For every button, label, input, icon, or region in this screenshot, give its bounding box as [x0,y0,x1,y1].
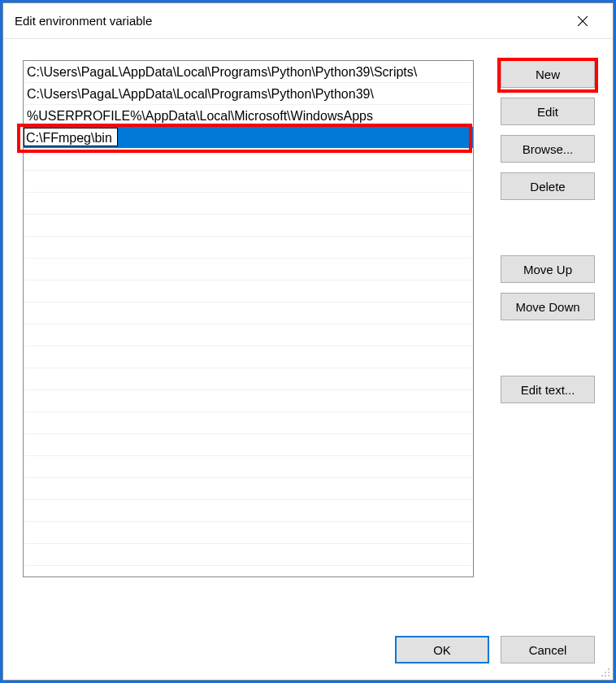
list-column: C:\Users\PagaL\AppData\Local\Programs\Py… [23,60,483,621]
svg-point-5 [608,675,609,676]
list-item-empty[interactable] [24,171,473,193]
list-item-empty[interactable] [24,434,473,456]
list-item-empty[interactable] [24,412,473,434]
close-icon [577,15,588,27]
delete-button[interactable]: Delete [501,172,595,200]
move-down-button[interactable]: Move Down [501,293,595,320]
list-item-edit-input[interactable]: C:\FFmpeg\bin [24,128,118,146]
dialog-body: C:\Users\PagaL\AppData\Local\Programs\Py… [3,39,613,636]
path-listbox[interactable]: C:\Users\PagaL\AppData\Local\Programs\Py… [23,60,474,577]
list-item[interactable]: C:\Users\PagaL\AppData\Local\Programs\Py… [24,83,473,105]
new-button[interactable]: New [501,60,595,88]
window-title: Edit environment variable [15,14,564,28]
edit-text-button[interactable]: Edit text... [501,376,595,403]
close-button[interactable] [564,3,601,39]
list-item-empty[interactable] [24,237,473,259]
svg-point-1 [605,672,606,673]
svg-point-4 [605,675,606,676]
list-item-empty[interactable] [24,390,473,412]
list-item[interactable]: C:\Users\PagaL\AppData\Local\Programs\Py… [24,61,473,83]
list-item[interactable]: %USERPROFILE%\AppData\Local\Microsoft\Wi… [24,105,473,127]
edit-button[interactable]: Edit [501,98,595,125]
list-item-empty[interactable] [24,215,473,237]
button-column: New Edit Browse... Delete Move Up Move D… [501,60,595,621]
svg-point-0 [608,668,609,670]
list-item-empty[interactable] [24,566,473,577]
resize-grip-icon[interactable] [599,666,610,677]
ok-button[interactable]: OK [395,636,489,663]
svg-point-2 [608,672,609,673]
list-item-empty[interactable] [24,149,473,171]
list-item-empty[interactable] [24,478,473,500]
svg-point-3 [601,675,603,676]
list-item-editing[interactable]: C:\FFmpeg\bin [24,127,473,149]
list-item-empty[interactable] [24,544,473,566]
browse-button[interactable]: Browse... [501,135,595,163]
list-item-empty[interactable] [24,368,473,390]
list-item-empty[interactable] [24,500,473,522]
list-item-empty[interactable] [24,259,473,281]
list-item-empty[interactable] [24,281,473,302]
list-item-empty[interactable] [24,302,473,324]
move-up-button[interactable]: Move Up [501,255,595,283]
dialog-footer: OK Cancel [3,636,613,680]
list-item-empty[interactable] [24,522,473,544]
list-item-empty[interactable] [24,346,473,368]
titlebar: Edit environment variable [3,3,613,39]
cancel-button[interactable]: Cancel [501,636,595,663]
list-item-empty[interactable] [24,193,473,215]
dialog-window: Edit environment variable C:\Users\PagaL… [2,2,614,681]
list-item-empty[interactable] [24,456,473,478]
list-item-empty[interactable] [24,324,473,346]
